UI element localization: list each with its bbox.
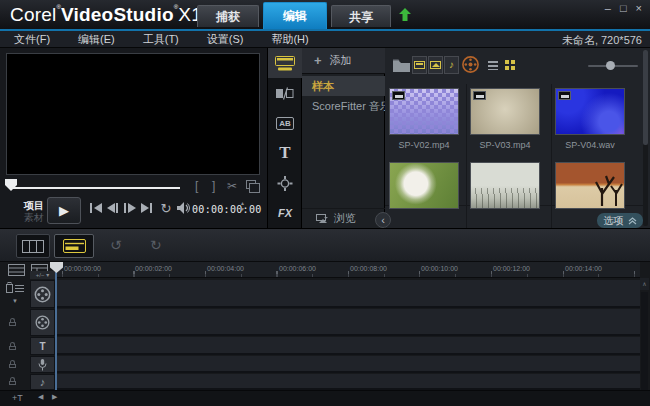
title-track-lane[interactable]	[56, 337, 640, 355]
videostudio-window: Corel®VideoStudio®X10 捕获 编辑 共享 – □ × 文件(…	[0, 0, 650, 406]
options-button[interactable]: 选项	[597, 213, 643, 228]
menu-settings[interactable]: 设置(S)	[207, 32, 244, 47]
thumbnail-filename: SP-V03.mp4	[465, 140, 545, 150]
thumbnail-size-slider[interactable]	[588, 65, 638, 67]
repeat-icon[interactable]: ↻	[158, 201, 174, 215]
titlebar: Corel®VideoStudio®X10 捕获 编辑 共享 – □ ×	[0, 0, 650, 31]
menu-file[interactable]: 文件(F)	[14, 32, 50, 47]
track-manager-icon[interactable]	[6, 282, 24, 294]
nav-filter-button[interactable]: FX	[268, 198, 302, 228]
ab-icon: AB	[276, 117, 294, 130]
ripple-lock-icon[interactable]	[9, 377, 16, 385]
menu-help[interactable]: 帮助(H)	[271, 32, 308, 47]
thumbnail-sp-v03[interactable]	[470, 88, 540, 135]
timeline-scroll-up-button[interactable]: ∧	[640, 278, 649, 290]
motion-resources-icon[interactable]	[462, 56, 479, 73]
film-reel-icon	[34, 286, 51, 303]
ripple-lock-icon[interactable]	[9, 318, 16, 326]
mark-out-button[interactable]: ]	[212, 179, 215, 193]
add-title-track-icon[interactable]: +T	[12, 393, 23, 403]
close-button[interactable]: ×	[636, 2, 642, 14]
slider-thumb[interactable]	[606, 61, 615, 70]
thumbnail-dandelion[interactable]	[389, 162, 459, 209]
category-item-samples[interactable]: 样本	[302, 76, 385, 96]
voice-track-header[interactable]	[30, 356, 55, 373]
thumbnail-sp-v02[interactable]	[389, 88, 459, 135]
ruler-label: 00:00:00:00	[64, 265, 101, 272]
video-track-lane[interactable]	[56, 280, 640, 308]
filter-video-button[interactable]	[412, 56, 427, 74]
storyboard-view-button[interactable]	[16, 234, 50, 258]
music-track-lane[interactable]	[56, 374, 640, 390]
filter-audio-button[interactable]: ♪	[444, 56, 459, 74]
nav-title-button[interactable]: T	[268, 138, 302, 168]
nav-media-button[interactable]	[268, 48, 302, 78]
enlarge-preview-icon[interactable]	[246, 180, 256, 189]
audio-filter-icon: ♪	[449, 61, 454, 69]
tab-share[interactable]: 共享	[331, 5, 391, 27]
overlay-track-header[interactable]	[30, 309, 55, 336]
minimize-button[interactable]: –	[605, 2, 611, 14]
redo-icon[interactable]: ↻	[150, 236, 162, 254]
nav-transition-button[interactable]	[268, 78, 302, 108]
ruler-label: 00:00:12:00	[493, 265, 530, 272]
scroll-left-icon[interactable]: ◀	[38, 393, 43, 401]
timeline-scrollbar[interactable]	[641, 292, 648, 390]
category-item-scorefitter[interactable]: ScoreFitter 音乐	[302, 96, 385, 116]
nav-graphic-button[interactable]: AB	[268, 108, 302, 138]
scroll-right-icon[interactable]: ▶	[52, 393, 57, 401]
timecode-spinner[interactable]: ▲▼	[240, 200, 245, 212]
preview-scrubber[interactable]	[12, 187, 180, 189]
tab-edit[interactable]: 编辑	[263, 2, 327, 29]
thumbnail-sp-v04[interactable]	[555, 88, 625, 135]
thumbnail-winter-trees[interactable]	[470, 162, 540, 209]
show-all-tracks-icon[interactable]	[8, 264, 25, 276]
filter-photo-button[interactable]	[428, 56, 443, 74]
menu-edit[interactable]: 编辑(E)	[78, 32, 115, 47]
title-track-icon: T	[39, 341, 45, 352]
split-clip-icon[interactable]: ✂	[227, 179, 237, 193]
grid-divider	[551, 84, 552, 228]
collapse-panel-button[interactable]: ‹	[375, 212, 391, 228]
mark-in-button[interactable]: [	[195, 179, 198, 193]
thumbnail-desert[interactable]	[555, 162, 625, 209]
home-icon[interactable]	[88, 201, 104, 215]
ripple-lock-icon[interactable]	[9, 342, 16, 350]
tab-capture[interactable]: 捕获	[197, 5, 259, 27]
menu-tools[interactable]: 工具(T)	[143, 32, 179, 47]
volume-icon[interactable]	[176, 201, 192, 215]
timeline-view-icon	[63, 239, 86, 253]
track-tools-strip[interactable]: +/− ▾	[30, 271, 55, 279]
timeline-view-button[interactable]	[54, 234, 94, 258]
microphone-icon	[38, 359, 47, 371]
preview-playhead[interactable]	[5, 179, 17, 191]
prev-frame-icon[interactable]	[105, 201, 121, 215]
play-button[interactable]: ▶	[47, 197, 81, 224]
ripple-lock-icon[interactable]	[9, 360, 16, 368]
add-category-button[interactable]: + 添加	[302, 48, 385, 74]
overlay-track-lane[interactable]	[56, 309, 640, 336]
track-dropdown-icon[interactable]: ▼	[12, 298, 18, 304]
maximize-button[interactable]: □	[620, 2, 627, 14]
grid-view-icon	[505, 60, 515, 70]
title-t-icon: T	[279, 143, 290, 163]
grid-view-button[interactable]	[502, 57, 518, 73]
nav-overlay-button[interactable]	[268, 168, 302, 198]
add-label: 添加	[330, 53, 352, 68]
end-icon[interactable]	[139, 201, 155, 215]
library-scrollbar[interactable]	[643, 50, 648, 226]
folder-icon[interactable]	[393, 59, 410, 72]
timeline-ruler[interactable]: 00:00:00:00 00:00:02:00 00:00:04:00 00:0…	[55, 262, 640, 278]
timeline-toolbar: ↺ ↻ ♪ T 0:00:00:00	[0, 228, 650, 262]
title-track-header[interactable]: T	[30, 337, 55, 355]
video-track-header[interactable]	[30, 280, 55, 308]
next-frame-icon[interactable]	[122, 201, 138, 215]
music-track-header[interactable]: ♪	[30, 374, 55, 390]
voice-track-lane[interactable]	[56, 356, 640, 373]
clip-mode-toggle[interactable]: 素材	[24, 211, 44, 225]
undo-icon[interactable]: ↺	[110, 236, 122, 254]
list-view-icon	[488, 61, 498, 70]
browse-button[interactable]: 浏览	[302, 208, 385, 228]
list-view-button[interactable]	[485, 57, 501, 73]
preview-timecode: 00:00:00:00	[192, 200, 238, 218]
